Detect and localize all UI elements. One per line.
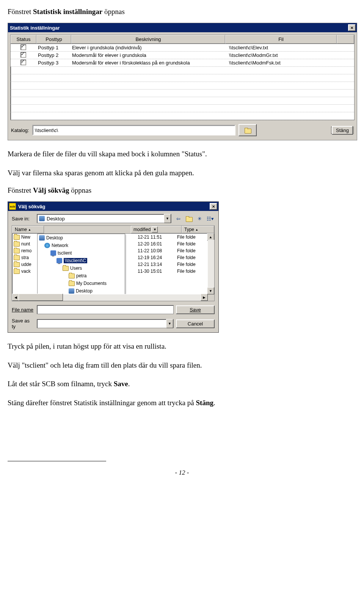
app-icon: scb xyxy=(9,203,16,210)
window-title: Statistik inställningar xyxy=(9,25,348,31)
text-bold: Välj sökväg xyxy=(33,186,69,194)
paragraph: Tryck på pilen, i rutan högst upp för at… xyxy=(8,341,356,352)
saveas-combo[interactable]: ▼ xyxy=(37,319,174,328)
tree-item[interactable]: \\tsclient\C xyxy=(38,257,125,264)
folder-column: Newnuntremostrauddevack xyxy=(14,234,35,275)
tree-item[interactable]: Network xyxy=(38,242,125,249)
tree-item[interactable]: Desktop xyxy=(38,234,125,242)
filename-input[interactable] xyxy=(37,305,174,314)
scrollbar-corner xyxy=(208,294,214,301)
col-name[interactable]: Name▲ xyxy=(12,226,44,233)
browse-folder-button[interactable] xyxy=(238,124,257,136)
checkbox[interactable] xyxy=(20,60,26,65)
table-row[interactable]: Posttyp 3Modersmål för elever i förskole… xyxy=(11,59,354,67)
back-icon[interactable]: ⇦ xyxy=(174,214,183,223)
sort-asc-icon: ▲ xyxy=(28,228,31,231)
col-beskrivning[interactable]: Beskrivning xyxy=(71,35,225,44)
checkbox[interactable] xyxy=(20,52,26,58)
cell-posttyp: Posttyp 3 xyxy=(36,60,70,66)
paragraph: Markera de filer de filer du vill skapa … xyxy=(8,149,356,159)
chevron-down-icon[interactable]: ▼ xyxy=(166,319,173,328)
dialog-body: Save in: Desktop ▼ ⇦ ✳ ☷▾ Name▲ xyxy=(8,211,218,332)
col-fil[interactable]: Fil xyxy=(225,35,337,44)
list-item[interactable]: 11-22 10:08File folde xyxy=(138,247,206,254)
saveas-row: Save as ty ▼ Cancel xyxy=(12,318,215,329)
text-bold: Statistisk inställningar xyxy=(33,8,102,16)
file-list[interactable]: Name▲ modified ▼ Type ▲ Newnuntremostrau… xyxy=(12,225,215,301)
file-list-header: Name▲ modified ▼ Type ▲ xyxy=(12,226,214,234)
paragraph: Välj "tsclient" och leta dig fram till d… xyxy=(8,360,356,371)
tree-item[interactable]: Users xyxy=(38,264,125,272)
titlebar[interactable]: Statistik inställningar ✕ xyxy=(8,23,357,32)
statistik-window: Statistik inställningar ✕ Status Posttyp… xyxy=(8,23,357,140)
window-title: Välj sökväg xyxy=(17,204,210,209)
empty-rows xyxy=(11,67,354,120)
list-item[interactable]: remo xyxy=(14,247,35,254)
new-folder-icon[interactable]: ✳ xyxy=(195,214,204,223)
cancel-button[interactable]: Cancel xyxy=(176,319,215,328)
monitor-icon xyxy=(50,250,56,256)
scroll-down-icon[interactable]: ▼ xyxy=(207,287,214,294)
tree-item[interactable]: petra xyxy=(38,272,125,280)
list-item[interactable]: New xyxy=(14,234,35,241)
scrollbar-v[interactable] xyxy=(208,240,214,288)
folder-icon xyxy=(63,266,69,271)
saveas-label: Save as ty xyxy=(12,318,35,329)
details-column: 12-21 11:51File folde12-20 16:01File fol… xyxy=(138,234,206,275)
save-in-label: Save in: xyxy=(12,216,35,222)
chevron-down-icon[interactable]: ▼ xyxy=(152,226,158,233)
col-posttyp[interactable]: Posttyp xyxy=(36,35,71,44)
list-item[interactable]: udde xyxy=(14,261,35,268)
table-row[interactable]: Posttyp 2Modersmål för elever i grundsko… xyxy=(11,52,354,59)
checkbox[interactable] xyxy=(20,44,26,50)
scroll-right-icon[interactable]: ▶ xyxy=(201,294,208,301)
page-number: - 12 - xyxy=(8,469,356,476)
chevron-down-icon[interactable]: ▼ xyxy=(164,214,171,223)
katalog-label: Katalog: xyxy=(11,127,29,133)
col-modified[interactable]: modified ▼ xyxy=(131,226,182,233)
text: öppnas xyxy=(102,8,125,16)
list-item[interactable]: vack xyxy=(14,268,35,275)
col-status[interactable]: Status xyxy=(11,35,36,44)
close-button[interactable]: Stäng xyxy=(332,126,353,135)
table-body: Posttyp 1Elever i grundskola (individniv… xyxy=(11,44,354,67)
list-item[interactable]: 12-21 11:51File folde xyxy=(138,234,206,241)
monitor-icon xyxy=(56,258,62,263)
katalog-input[interactable] xyxy=(32,125,235,135)
tree-item[interactable]: tsclient xyxy=(38,249,125,257)
cell-beskrivning: Modersmål för elever i förskoleklass på … xyxy=(70,60,227,66)
save-in-value: Desktop xyxy=(37,216,164,222)
list-item[interactable]: 11-30 15:01File folde xyxy=(138,268,206,275)
paragraph: Välj var filerna ska sparas genom att kl… xyxy=(8,168,356,178)
desktop-icon xyxy=(39,235,45,241)
close-icon[interactable]: ✕ xyxy=(210,203,217,210)
list-item[interactable]: stra xyxy=(14,254,35,261)
folder-icon xyxy=(69,274,75,278)
location-tree-popup[interactable]: DesktopNetworktsclient\\tsclient\CUsersp… xyxy=(37,234,125,301)
list-item[interactable]: nunt xyxy=(14,241,35,247)
sort-icon: ▲ xyxy=(195,228,198,231)
table-row[interactable]: Posttyp 1Elever i grundskola (individniv… xyxy=(11,44,354,52)
titlebar[interactable]: scb Välj sökväg ✕ xyxy=(8,202,218,211)
text: Desktop xyxy=(47,216,65,222)
save-in-combo[interactable]: Desktop ▼ xyxy=(37,214,171,223)
scrollbar-h-thumb[interactable] xyxy=(19,294,63,301)
folder-icon xyxy=(14,242,20,247)
footer-rule xyxy=(8,461,106,461)
table-header-row: Status Posttyp Beskrivning Fil xyxy=(11,35,354,44)
list-item[interactable]: 12-20 16:01File folde xyxy=(138,241,206,247)
tree-item[interactable]: My Documents xyxy=(38,280,125,287)
close-icon[interactable]: ✕ xyxy=(348,24,356,31)
save-button[interactable]: Save xyxy=(176,305,215,314)
up-folder-icon[interactable] xyxy=(184,214,193,223)
folder-icon xyxy=(14,235,20,240)
views-icon[interactable]: ☷▾ xyxy=(206,214,215,223)
list-item[interactable]: 12-21 13:14File folde xyxy=(138,261,206,268)
cell-beskrivning: Elever i grundskola (individnivå) xyxy=(70,45,227,50)
folder-icon xyxy=(69,281,75,286)
cell-fil: \\tsclient\c\ModmFsk.txt xyxy=(227,60,337,66)
list-item[interactable]: 12-19 16:24File folde xyxy=(138,254,206,261)
nav-icons: ⇦ ✳ ☷▾ xyxy=(174,214,215,223)
col-type[interactable]: Type ▲ xyxy=(182,226,214,233)
text: öppnas xyxy=(69,186,92,194)
